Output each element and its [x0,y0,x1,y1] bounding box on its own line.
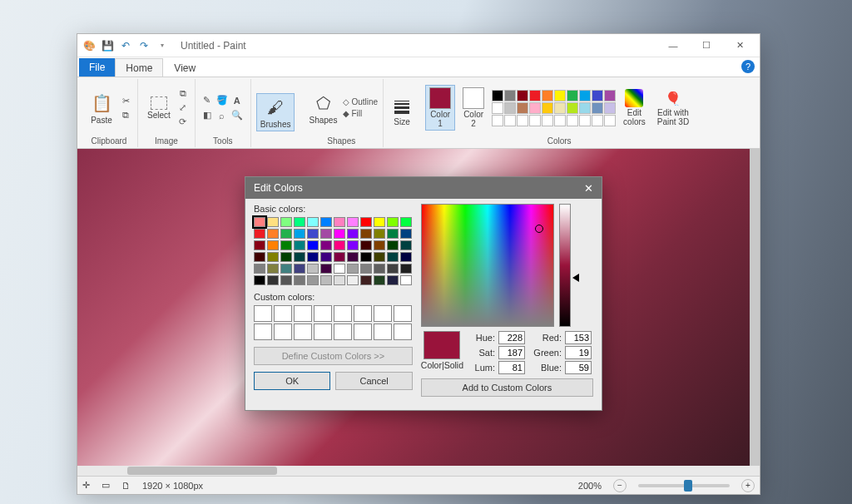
paint3d-button[interactable]: 🎈 Edit with Paint 3D [653,86,693,129]
basic-color-swatch[interactable] [387,252,399,262]
zoom-out-button[interactable]: − [613,479,627,492]
dialog-close-button[interactable]: ✕ [584,182,593,195]
resize-icon[interactable]: ⤢ [176,101,190,115]
basic-color-swatch[interactable] [294,240,305,250]
basic-color-swatch[interactable] [360,240,372,250]
crosshair-icon[interactable] [535,225,543,233]
zoom-icon[interactable]: 🔍 [230,109,244,122]
basic-color-swatch[interactable] [334,229,345,239]
basic-color-swatch[interactable] [374,264,385,274]
tab-file[interactable]: File [79,58,115,77]
custom-color-slot[interactable] [254,305,272,322]
custom-color-slot[interactable] [314,324,332,340]
basic-color-swatch[interactable] [360,264,372,274]
basic-color-swatch[interactable] [307,275,319,285]
basic-color-swatch[interactable] [320,275,332,285]
palette-swatch[interactable] [504,90,516,101]
custom-color-slot[interactable] [294,305,312,322]
paste-button[interactable]: 📋 Paste [86,89,117,127]
copy-icon[interactable]: ⧉ [119,108,132,121]
zoom-slider[interactable] [638,484,730,487]
close-button[interactable]: ✕ [723,36,756,56]
palette-swatch[interactable] [592,90,603,101]
color-palette[interactable] [492,90,616,126]
basic-color-swatch[interactable] [307,217,319,227]
custom-color-slot[interactable] [294,324,312,340]
palette-swatch[interactable] [567,102,578,114]
custom-color-slot[interactable] [354,324,372,340]
basic-color-swatch[interactable] [400,252,412,262]
add-custom-button[interactable]: Add to Custom Colors [421,378,593,397]
custom-color-slot[interactable] [394,305,412,322]
palette-swatch[interactable] [604,115,616,126]
palette-swatch[interactable] [554,115,566,126]
palette-swatch[interactable] [567,90,578,101]
select-button[interactable]: Select [143,94,175,122]
text-icon[interactable]: A [230,94,244,107]
basic-color-swatch[interactable] [374,229,385,239]
basic-color-swatch[interactable] [334,217,345,227]
palette-swatch[interactable] [492,102,503,114]
zoom-thumb[interactable] [684,480,692,492]
basic-color-swatch[interactable] [374,240,385,250]
basic-color-swatch[interactable] [334,240,345,250]
outline-icon[interactable]: ◇ [343,97,349,106]
basic-color-swatch[interactable] [334,252,345,262]
palette-swatch[interactable] [542,115,553,126]
basic-color-swatch[interactable] [280,252,292,262]
palette-swatch[interactable] [579,102,591,114]
luminance-arrow-icon[interactable] [572,274,579,282]
basic-color-swatch[interactable] [347,240,359,250]
palette-swatch[interactable] [592,115,603,126]
basic-color-swatch[interactable] [267,252,279,262]
palette-swatch[interactable] [604,90,616,101]
basic-color-swatch[interactable] [267,229,279,239]
palette-swatch[interactable] [504,102,516,114]
basic-color-swatch[interactable] [307,264,319,274]
basic-color-swatch[interactable] [267,240,279,250]
crop-icon[interactable]: ⧉ [176,87,190,101]
luminance-strip[interactable] [559,204,571,327]
basic-color-swatch[interactable] [307,240,319,250]
scrollbar-thumb[interactable] [127,467,277,475]
basic-color-swatch[interactable] [294,264,305,274]
custom-color-slot[interactable] [394,324,412,340]
basic-color-swatch[interactable] [387,217,399,227]
basic-color-swatch[interactable] [320,264,332,274]
basic-color-swatch[interactable] [254,217,265,227]
palette-swatch[interactable] [604,102,616,114]
custom-color-slot[interactable] [314,305,332,322]
palette-swatch[interactable] [529,102,541,114]
basic-colors-grid[interactable] [254,217,413,285]
maximize-button[interactable]: ☐ [690,36,723,56]
brushes-button[interactable]: 🖌 Brushes [256,93,295,131]
undo-icon[interactable]: ↶ [117,37,134,54]
rotate-icon[interactable]: ⟳ [176,116,190,129]
basic-color-swatch[interactable] [387,229,399,239]
basic-color-swatch[interactable] [400,229,412,239]
green-input[interactable] [565,346,592,359]
picker-icon[interactable]: ⌕ [215,109,229,122]
custom-color-slot[interactable] [274,324,292,340]
custom-color-slot[interactable] [374,305,392,322]
shapes-button[interactable]: ⬠ Shapes [305,89,341,127]
eraser-icon[interactable]: ◧ [201,109,214,122]
pencil-icon[interactable]: ✎ [201,94,214,107]
color2-button[interactable]: Color 2 [458,85,488,131]
redo-icon[interactable]: ↷ [136,37,152,54]
palette-swatch[interactable] [517,90,528,101]
size-button[interactable]: Size [389,96,415,129]
palette-swatch[interactable] [554,90,566,101]
palette-swatch[interactable] [579,115,591,126]
horizontal-scrollbar[interactable] [77,466,760,476]
save-icon[interactable]: 💾 [99,37,116,54]
custom-color-slot[interactable] [274,305,292,322]
basic-color-swatch[interactable] [400,275,412,285]
fill-shape-icon[interactable]: ◆ [343,109,349,118]
basic-color-swatch[interactable] [400,217,412,227]
basic-color-swatch[interactable] [267,217,279,227]
tab-home[interactable]: Home [115,58,163,77]
cut-icon[interactable]: ✂ [119,94,132,107]
basic-color-swatch[interactable] [267,275,279,285]
ok-button[interactable]: OK [254,372,330,390]
